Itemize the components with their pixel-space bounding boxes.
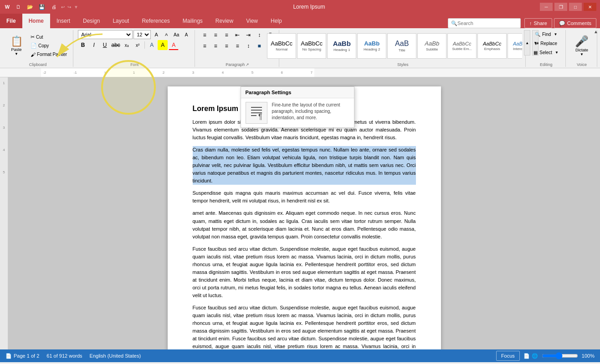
print-button[interactable]: 🖨: [49, 2, 58, 11]
align-left-button[interactable]: ≡: [200, 41, 210, 51]
document-paragraph-6[interactable]: Fusce faucibus sed arcu vitae dictum. Su…: [193, 304, 416, 349]
format-painter-button[interactable]: 🖌 Format Painter: [28, 51, 69, 59]
highlight-button[interactable]: A: [158, 40, 168, 50]
superscript-button[interactable]: x²: [133, 40, 143, 50]
font-family-select[interactable]: Arial: [78, 30, 133, 39]
bold-button[interactable]: B: [78, 40, 88, 50]
web-view-icon[interactable]: 🌐: [532, 353, 538, 359]
replace-button[interactable]: ⇄ Replace: [532, 39, 560, 47]
tab-review[interactable]: Review: [209, 14, 240, 28]
dictate-button[interactable]: 🎤 Dictate ▼: [570, 33, 593, 59]
font-shrink-button[interactable]: A: [162, 30, 171, 39]
style-normal[interactable]: AaBbCc Normal: [267, 33, 296, 59]
italic-button[interactable]: I: [89, 40, 99, 50]
side-ruler-5: 5: [3, 170, 5, 174]
shading-button[interactable]: ■: [254, 41, 264, 51]
select-button[interactable]: ▦ Select ▼: [530, 48, 562, 56]
tab-mailings[interactable]: Mailings: [176, 14, 209, 28]
tab-file[interactable]: File: [0, 14, 22, 28]
style-heading2[interactable]: AaBb Heading 2: [357, 33, 386, 59]
style-emphasis[interactable]: AaBbCc Emphasis: [477, 33, 507, 59]
minimize-button[interactable]: ─: [540, 3, 553, 11]
find-dropdown[interactable]: ▼: [554, 32, 557, 36]
window-controls: ─ ❐ □ ✕: [540, 3, 596, 11]
side-ruler-1: 1: [3, 81, 5, 85]
tab-design[interactable]: Design: [77, 14, 106, 28]
text-effect-button[interactable]: A: [147, 40, 157, 50]
center-button[interactable]: ≡: [210, 41, 221, 51]
decrease-indent-button[interactable]: ⇤: [232, 30, 242, 40]
undo-button[interactable]: ↩: [61, 5, 65, 10]
underline-button[interactable]: U: [100, 40, 110, 50]
document-paragraph-2[interactable]: Cras diam nulla, molestie sed felis vel,…: [193, 146, 416, 185]
font-color-button[interactable]: A: [169, 40, 179, 50]
change-case-button[interactable]: Aa: [172, 30, 181, 39]
tab-home[interactable]: Home: [22, 14, 50, 28]
copy-button[interactable]: 📄 Copy: [28, 42, 69, 50]
style-heading1[interactable]: AaBb Heading 1: [327, 33, 356, 59]
ruler-mark-4: 4: [222, 71, 224, 75]
style-intense-emphasis[interactable]: AaBbCc Intense E...: [508, 33, 522, 59]
maximize-button[interactable]: □: [569, 3, 582, 11]
open-button[interactable]: 📂: [26, 2, 35, 11]
print-view-icon[interactable]: 📄: [523, 353, 530, 359]
font-content: Arial 12 A A Aa A B I U abc x₂ x² A A: [78, 30, 191, 61]
font-size-select[interactable]: 12: [133, 30, 151, 39]
ribbon-collapse-button[interactable]: ▲: [594, 29, 598, 34]
numbered-button[interactable]: ≡: [210, 30, 221, 40]
focus-button[interactable]: Focus: [496, 351, 520, 361]
para-settings-icon[interactable]: ↗: [246, 62, 249, 67]
font-bottom-row: B I U abc x₂ x² A A A: [78, 40, 179, 50]
tab-layout[interactable]: Layout: [106, 14, 135, 28]
redo-button[interactable]: ↪: [67, 5, 71, 10]
line-spacing-button[interactable]: ↕: [243, 41, 253, 51]
dictate-dropdown[interactable]: ▼: [580, 52, 584, 56]
style-subtle-emphasis[interactable]: AaBbCc Subtle Em...: [447, 33, 477, 59]
find-button[interactable]: 🔍 Find ▼: [532, 30, 560, 38]
search-input[interactable]: [457, 20, 517, 26]
tab-help[interactable]: Help: [264, 14, 288, 28]
style-no-spacing-label: No Spacing: [303, 47, 321, 51]
copy-icon: 📄: [31, 43, 37, 49]
subscript-button[interactable]: x₂: [122, 40, 132, 50]
word-count[interactable]: 61 of 912 words: [46, 353, 82, 359]
justify-button[interactable]: ≡: [232, 41, 242, 51]
tab-references[interactable]: References: [135, 14, 176, 28]
save-button[interactable]: 💾: [37, 2, 46, 11]
document-paragraph-5[interactable]: Fusce faucibus sed arcu vitae dictum. Su…: [193, 245, 416, 299]
document-paragraph-3[interactable]: Suspendisse quis magna quis mauris maxim…: [193, 189, 416, 205]
document-area[interactable]: Paragraph Settings ¶ Fine-tune the layou…: [8, 77, 600, 349]
multilevel-button[interactable]: ≡: [221, 30, 231, 40]
language-status[interactable]: English (United States): [90, 353, 141, 359]
more-button[interactable]: ▼: [74, 5, 78, 10]
share-button[interactable]: ↑ Share: [524, 18, 552, 28]
increase-indent-button[interactable]: ⇥: [243, 30, 253, 40]
document-page[interactable]: Paragraph Settings ¶ Fine-tune the layou…: [168, 86, 441, 349]
strikethrough-button[interactable]: abc: [111, 40, 121, 50]
new-button[interactable]: 🗋: [14, 2, 23, 11]
page-status[interactable]: 📄 Page 1 of 2: [5, 353, 39, 359]
style-normal-label: Normal: [276, 47, 287, 51]
bullets-button[interactable]: ≡: [200, 30, 210, 40]
zoom-slider[interactable]: [542, 352, 578, 359]
sort-button[interactable]: ↕: [254, 30, 264, 40]
tab-view[interactable]: View: [240, 14, 264, 28]
restore-button[interactable]: ❐: [554, 3, 567, 11]
align-right-button[interactable]: ≡: [221, 41, 231, 51]
word-icon: W: [4, 3, 11, 10]
tab-insert[interactable]: Insert: [50, 14, 77, 28]
paragraph-label: Paragraph ↗: [226, 62, 249, 67]
style-subtitle[interactable]: AaBb Subtitle: [417, 33, 446, 59]
style-no-spacing[interactable]: AaBbCc No Spacing: [297, 33, 326, 59]
paste-button[interactable]: 📋 Paste ▼: [6, 33, 26, 59]
style-title[interactable]: AaB Title: [387, 33, 416, 59]
clear-format-button[interactable]: A: [182, 30, 191, 39]
select-dropdown[interactable]: ▼: [555, 51, 559, 55]
font-grow-button[interactable]: A: [152, 30, 161, 39]
paste-dropdown[interactable]: ▼: [15, 52, 18, 56]
close-button[interactable]: ✕: [584, 3, 596, 11]
search-box[interactable]: 🔍: [448, 18, 521, 28]
document-paragraph-4[interactable]: amet ante. Maecenas quis dignissim ex. A…: [193, 209, 416, 240]
comments-button[interactable]: 💬 Comments: [554, 18, 596, 28]
cut-button[interactable]: ✂ Cut: [28, 33, 69, 41]
